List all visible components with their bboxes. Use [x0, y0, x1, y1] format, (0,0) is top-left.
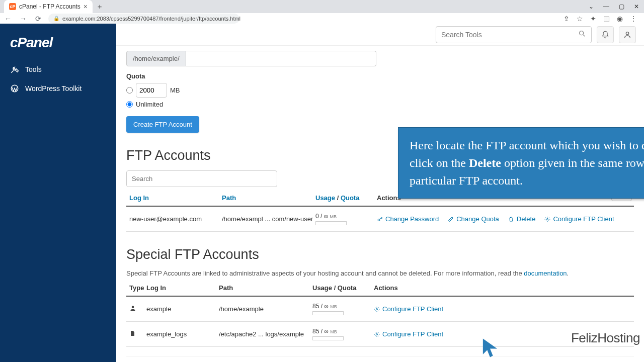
search-icon[interactable]: [578, 30, 586, 39]
cell-usage: 85 / ∞ MB: [312, 303, 374, 310]
table-row: example_logs /etc/apache2 ... logs/examp…: [126, 322, 634, 347]
col-usage: Usage / Quota: [312, 284, 374, 292]
svg-point-2: [626, 32, 628, 34]
user-button[interactable]: [619, 26, 636, 43]
sidebar-item-label: Tools: [25, 65, 42, 73]
url-text: example.com:2083/cpsess5299700487/fronte…: [62, 16, 240, 22]
cell-path: /home/example: [219, 305, 312, 313]
configure-ftp-link[interactable]: Configure FTP Client: [544, 215, 614, 223]
svg-point-1: [580, 31, 584, 35]
close-tab-icon[interactable]: ×: [84, 3, 88, 11]
tools-icon: [10, 65, 19, 74]
quota-value-input[interactable]: [136, 83, 167, 98]
table-row: new-user@example.com /home/exampl ... co…: [126, 207, 634, 232]
extensions-icon[interactable]: ✦: [590, 15, 596, 23]
svg-point-6: [376, 308, 378, 310]
tutorial-tooltip: Here locate the FTP account which you wi…: [398, 127, 644, 199]
usage-bar: [315, 221, 347, 225]
col-actions: Actions: [374, 284, 634, 292]
cursor-icon: [481, 337, 499, 359]
lock-icon: 🔒: [53, 16, 59, 21]
search-tools-input[interactable]: [441, 31, 578, 39]
change-quota-link[interactable]: Change Quota: [448, 215, 499, 223]
footer: cPanel 102.0.8 Home Trademarks Privacy P…: [126, 356, 634, 362]
minimize-icon[interactable]: —: [599, 0, 614, 13]
usage-bar: [312, 311, 344, 315]
address-bar[interactable]: 🔒 example.com:2083/cpsess5299700487/fron…: [48, 14, 239, 24]
browser-tab[interactable]: cP cPanel - FTP Accounts ×: [4, 0, 93, 13]
usage-bar: [312, 336, 344, 340]
menu-icon[interactable]: ⋮: [630, 15, 637, 23]
path-input[interactable]: [186, 51, 376, 66]
col-usage: Usage / Quota: [315, 194, 377, 202]
quota-limited-radio[interactable]: [126, 87, 133, 94]
table-row: example /home/example 85 / ∞ MB Configur…: [126, 297, 634, 322]
search-accounts-input[interactable]: [126, 170, 277, 187]
new-tab-button[interactable]: +: [93, 0, 107, 13]
wordpress-icon: [10, 84, 19, 93]
configure-ftp-link[interactable]: Configure FTP Client: [374, 330, 443, 338]
special-ftp-heading: Special FTP Accounts: [126, 247, 634, 262]
col-login: Log In: [146, 284, 219, 292]
quota-unlimited-radio[interactable]: [126, 101, 133, 108]
col-path: Path: [219, 284, 312, 292]
col-path[interactable]: Path: [222, 194, 315, 202]
svg-point-3: [378, 219, 380, 221]
quota-label: Quota: [126, 72, 634, 80]
chevron-down-icon[interactable]: ⌄: [584, 0, 599, 13]
cell-login: new-user@example.com: [126, 215, 222, 223]
sidebar-item-tools[interactable]: Tools: [0, 60, 116, 79]
unlimited-label: Unlimited: [136, 101, 163, 108]
notifications-button[interactable]: [597, 26, 614, 43]
col-type: Type: [126, 284, 146, 292]
sidebar: cPanel Tools WordPress Toolkit: [0, 24, 116, 362]
documentation-link[interactable]: documentation: [524, 269, 567, 277]
cell-login: example_logs: [146, 330, 219, 338]
share-icon[interactable]: ⇪: [564, 15, 570, 23]
delete-link[interactable]: Delete: [508, 215, 536, 223]
col-login[interactable]: Log In: [126, 194, 222, 202]
topbar: [116, 24, 644, 46]
panel-icon[interactable]: ▥: [603, 15, 610, 23]
tab-title: cPanel - FTP Accounts: [19, 3, 80, 10]
cpanel-logo: cPanel: [0, 35, 116, 60]
cell-usage: 85 / ∞ MB: [312, 328, 374, 335]
cell-usage: 0 / ∞ MB: [315, 213, 377, 220]
sidebar-item-label: WordPress Toolkit: [25, 84, 82, 93]
cell-path: /etc/apache2 ... logs/example: [219, 330, 312, 338]
cpanel-favicon-icon: cP: [9, 3, 16, 10]
type-icon: [126, 330, 146, 338]
type-icon: [126, 305, 146, 313]
forward-icon[interactable]: →: [18, 15, 28, 23]
browser-chrome: cP cPanel - FTP Accounts × + ⌄ — ▢ ✕ ← →…: [0, 0, 644, 24]
svg-point-4: [547, 218, 548, 220]
create-ftp-button[interactable]: Create FTP Account: [126, 116, 199, 133]
svg-point-7: [376, 333, 378, 335]
special-ftp-desc: Special FTP Accounts are linked to admin…: [126, 269, 634, 277]
configure-ftp-link[interactable]: Configure FTP Client: [374, 305, 443, 313]
back-icon[interactable]: ←: [3, 15, 13, 23]
quota-unit: MB: [170, 86, 180, 94]
watermark: FelizHosting: [571, 330, 640, 346]
sidebar-item-wordpress[interactable]: WordPress Toolkit: [0, 79, 116, 98]
path-prefix: /home/example/: [126, 51, 186, 66]
profile-icon[interactable]: ◉: [617, 15, 623, 23]
cell-path: /home/exampl ... com/new-user: [222, 215, 315, 223]
svg-point-5: [132, 306, 134, 308]
search-tools[interactable]: [436, 26, 592, 43]
change-password-link[interactable]: Change Password: [377, 215, 439, 223]
reload-icon[interactable]: ⟳: [33, 15, 43, 23]
maximize-icon[interactable]: ▢: [614, 0, 629, 13]
cell-login: example: [146, 305, 219, 313]
close-window-icon[interactable]: ✕: [629, 0, 644, 13]
star-icon[interactable]: ☆: [577, 15, 583, 23]
